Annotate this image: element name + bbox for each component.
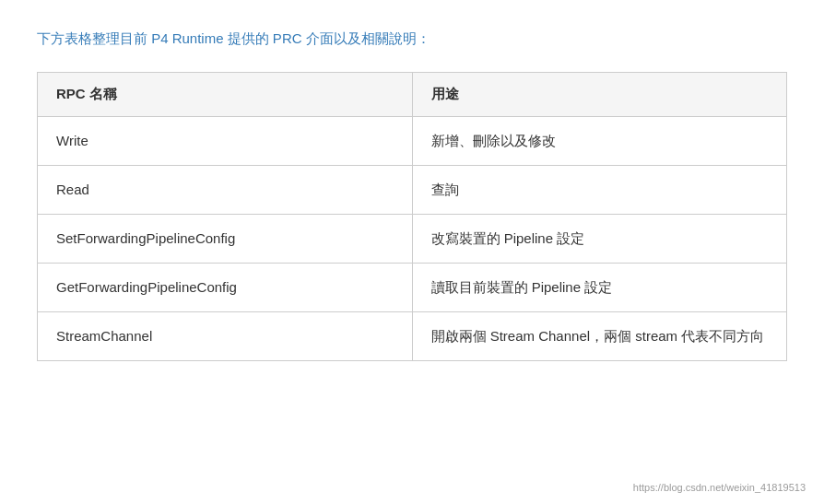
rpc-name-cell: StreamChannel	[38, 312, 412, 361]
rpc-name-cell: GetForwardingPipelineConfig	[38, 264, 412, 312]
rpc-name-cell: Read	[38, 166, 412, 215]
table-row: Write新增、刪除以及修改	[38, 117, 786, 166]
watermark: https://blog.csdn.net/weixin_41819513	[633, 482, 806, 493]
rpc-description-cell: 改寫裝置的 Pipeline 設定	[412, 215, 786, 264]
col-rpc-header: RPC 名稱	[38, 73, 412, 117]
col-usage-header: 用途	[412, 73, 786, 117]
table-row: Read查詢	[38, 166, 786, 215]
table-header: RPC 名稱 用途	[38, 73, 786, 117]
rpc-table-wrapper: RPC 名稱 用途 Write新增、刪除以及修改Read查詢SetForward…	[37, 72, 787, 361]
table-row: SetForwardingPipelineConfig改寫裝置的 Pipelin…	[38, 215, 786, 264]
rpc-table: RPC 名稱 用途 Write新增、刪除以及修改Read查詢SetForward…	[38, 73, 786, 360]
rpc-name-cell: Write	[38, 117, 412, 166]
rpc-description-cell: 開啟兩個 Stream Channel，兩個 stream 代表不同方向	[412, 312, 786, 361]
header-row: RPC 名稱 用途	[38, 73, 786, 117]
rpc-name-cell: SetForwardingPipelineConfig	[38, 215, 412, 264]
intro-text: 下方表格整理目前 P4 Runtime 提供的 PRC 介面以及相關說明：	[37, 28, 787, 50]
table-row: GetForwardingPipelineConfig讀取目前裝置的 Pipel…	[38, 264, 786, 312]
rpc-description-cell: 讀取目前裝置的 Pipeline 設定	[412, 264, 786, 312]
table-row: StreamChannel開啟兩個 Stream Channel，兩個 stre…	[38, 312, 786, 361]
rpc-description-cell: 新增、刪除以及修改	[412, 117, 786, 166]
table-body: Write新增、刪除以及修改Read查詢SetForwardingPipelin…	[38, 117, 786, 361]
rpc-description-cell: 查詢	[412, 166, 786, 215]
